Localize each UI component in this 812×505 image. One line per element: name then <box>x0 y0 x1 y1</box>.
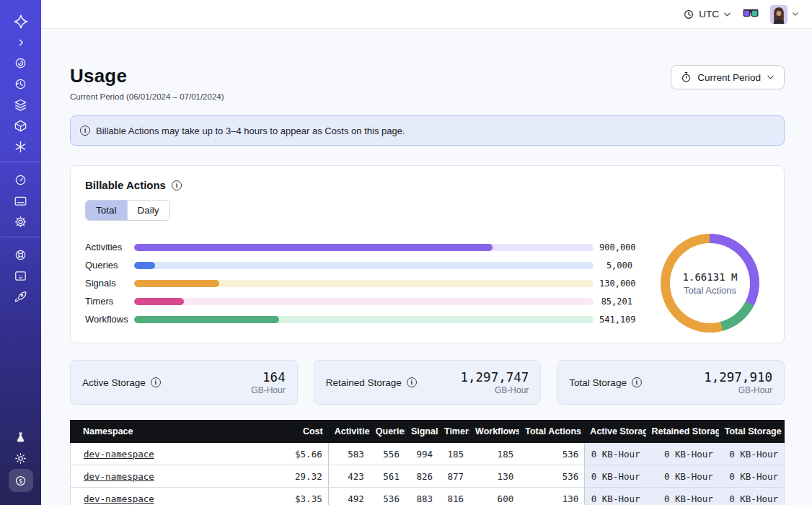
table-cell: 185 <box>469 443 519 465</box>
table-cell: 423 <box>329 465 370 488</box>
bar-row-signals: Signals130,000 <box>85 274 632 292</box>
user-menu[interactable] <box>770 5 799 24</box>
bar-value: 541,109 <box>599 315 632 325</box>
table-cell: 0 KB-Hour <box>584 443 645 465</box>
namespace-link[interactable]: dev-namespace <box>84 449 154 460</box>
bar-value: 130,000 <box>599 278 632 289</box>
bar-row-activities: Activities900,000 <box>85 238 632 256</box>
info-banner-text: Billable Actions may take up to 3–4 hour… <box>96 126 405 136</box>
info-icon: i <box>80 126 90 136</box>
table-cell: 583 <box>329 443 370 465</box>
history-icon[interactable] <box>0 74 41 95</box>
bar-label: Timers <box>85 296 134 307</box>
storage-card-label: Total Storage <box>569 377 627 388</box>
info-icon[interactable]: i <box>632 377 642 387</box>
bar-row-timers: Timers85,201 <box>85 292 632 310</box>
chevron-right-icon[interactable] <box>0 32 41 53</box>
table-row: dev-namespace$5.665835569941851855360 KB… <box>70 443 785 465</box>
table-cell: $3.35 <box>252 488 329 505</box>
table-header-row: NamespaceCostActivitiesQueriesSignalsTim… <box>70 420 785 443</box>
asterisk-icon[interactable] <box>0 136 41 157</box>
bar-fill <box>134 316 279 323</box>
table-cell: 29.32 <box>252 465 329 488</box>
table-cell: 536 <box>519 443 584 465</box>
table-cell: 0 KB-Hour <box>719 465 785 488</box>
dollar-coin-icon[interactable]: $ <box>9 469 33 492</box>
storage-card-value: 1,297,910 <box>704 370 772 385</box>
storage-card-active-storage: Active Storagei164GB-Hour <box>70 360 298 405</box>
layers-icon[interactable] <box>0 95 41 115</box>
table-cell: 0 KB-Hour <box>719 488 785 505</box>
gear-icon[interactable] <box>0 211 41 232</box>
table-cell: 556 <box>370 443 405 465</box>
spiral-icon[interactable] <box>0 53 41 74</box>
tab-total[interactable]: Total <box>86 201 127 220</box>
sidebar: $ <box>0 0 41 505</box>
clock-icon <box>683 9 694 20</box>
3d-glasses-icon[interactable] <box>743 8 759 21</box>
table-cell: 0 KB-Hour <box>646 488 719 505</box>
info-icon[interactable]: i <box>172 180 182 190</box>
bar-fill <box>134 244 493 251</box>
storage-summary-row: Active Storagei164GB-HourRetained Storag… <box>70 360 785 405</box>
bar-row-queries: Queries5,000 <box>85 256 632 274</box>
flask-icon[interactable] <box>0 427 41 448</box>
credit-card-icon[interactable] <box>0 190 41 211</box>
table-cell: 0 KB-Hour <box>646 443 719 465</box>
table-row: dev-namespace$3.354925368838166001300 KB… <box>70 488 785 505</box>
cube-icon[interactable] <box>0 115 41 136</box>
namespace-link[interactable]: dev-namespace <box>84 493 154 504</box>
info-banner: i Billable Actions may take up to 3–4 ho… <box>70 115 785 146</box>
life-buoy-icon[interactable] <box>0 245 41 265</box>
bar-track <box>134 298 593 305</box>
column-header-active-storage: Active Storage <box>584 420 645 443</box>
storage-card-label: Retained Storage <box>326 377 402 388</box>
namespace-link[interactable]: dev-namespace <box>84 471 154 482</box>
info-icon[interactable]: i <box>151 377 161 387</box>
billable-actions-card: Billable Actions i TotalDaily Activities… <box>70 165 785 343</box>
info-icon[interactable]: i <box>407 377 417 387</box>
storage-card-total-storage: Total Storagei1,297,910GB-Hour <box>557 360 785 405</box>
bar-fill <box>134 298 184 305</box>
namespace-usage-table: NamespaceCostActivitiesQueriesSignalsTim… <box>70 420 785 505</box>
period-selector-button[interactable]: Current Period <box>671 65 785 89</box>
bar-label: Workflows <box>85 314 134 325</box>
tab-daily[interactable]: Daily <box>127 201 169 220</box>
table-row: dev-namespace29.324235618268771305360 KB… <box>70 465 785 488</box>
stopwatch-icon <box>681 71 692 83</box>
total-actions-value: 1.66131 M <box>683 271 738 283</box>
table-cell: 994 <box>405 443 438 465</box>
main-content: Usage Current Period (06/01/2024 – 07/01… <box>41 29 812 505</box>
column-header-activities: Activities <box>329 420 370 443</box>
bar-fill <box>134 280 219 287</box>
table-cell: 492 <box>329 488 370 505</box>
table-cell: 826 <box>405 465 438 488</box>
storage-card-unit: GB-Hour <box>704 385 772 395</box>
period-selector-label: Current Period <box>697 72 761 83</box>
namespace-cell: dev-namespace <box>70 465 252 488</box>
bar-track <box>134 262 593 269</box>
sun-icon[interactable] <box>0 448 41 469</box>
timezone-selector[interactable]: UTC <box>683 9 731 20</box>
bar-label: Signals <box>85 278 134 289</box>
total-actions-label: Total Actions <box>684 285 736 296</box>
total-actions-donut-chart: 1.66131 M Total Actions <box>661 234 759 333</box>
topbar: UTC <box>41 0 812 29</box>
rocket-icon[interactable] <box>0 286 41 307</box>
table-cell: $5.66 <box>252 443 329 465</box>
column-header-timers: Timers <box>438 420 469 443</box>
timezone-label: UTC <box>699 9 719 19</box>
avatar <box>770 5 787 24</box>
bar-value: 85,201 <box>599 297 632 307</box>
table-cell: 816 <box>438 488 469 505</box>
table-cell: 561 <box>370 465 405 488</box>
gauge-icon[interactable] <box>0 170 41 190</box>
column-header-namespace: Namespace <box>70 420 252 443</box>
temporal-logo[interactable] <box>0 11 41 32</box>
sidebar-divider <box>0 162 41 162</box>
table-cell: 0 KB-Hour <box>646 465 719 488</box>
column-header-retained-storage: Retained Storage <box>646 420 719 443</box>
bar-value: 5,000 <box>599 260 632 271</box>
storage-card-unit: GB-Hour <box>461 385 529 395</box>
terminal-icon[interactable] <box>0 265 41 286</box>
